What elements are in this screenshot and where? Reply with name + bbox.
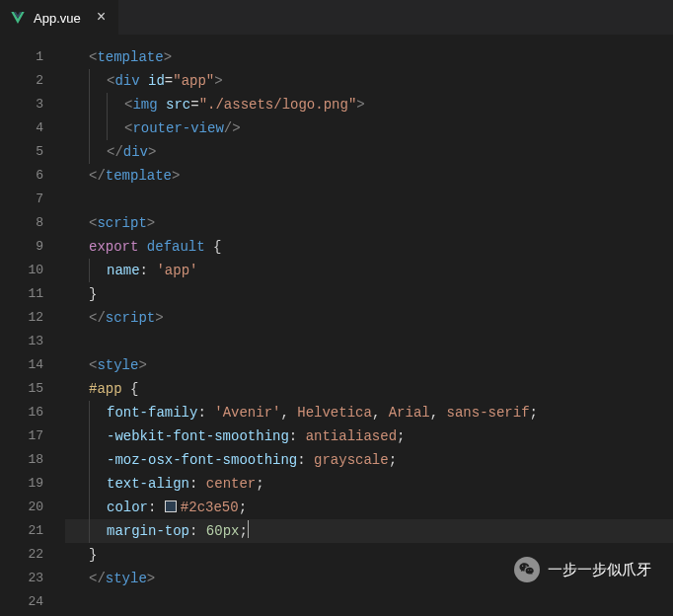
code-line[interactable] bbox=[65, 330, 673, 353]
code-line[interactable]: </div> bbox=[65, 140, 673, 164]
code-line[interactable]: <style> bbox=[65, 353, 673, 377]
code-line[interactable]: -moz-osx-font-smoothing: grayscale; bbox=[65, 448, 673, 472]
line-number[interactable]: 13 bbox=[4, 330, 65, 353]
line-number[interactable]: 16 bbox=[4, 401, 65, 424]
code-line[interactable]: } bbox=[65, 282, 673, 306]
watermark-text: 一步一步似爪牙 bbox=[548, 561, 651, 579]
line-number[interactable]: 24 bbox=[4, 590, 65, 614]
line-number[interactable]: 4 bbox=[4, 116, 65, 140]
line-number[interactable]: 19 bbox=[4, 472, 65, 496]
vue-icon bbox=[10, 10, 26, 26]
line-number[interactable]: 23 bbox=[4, 567, 65, 590]
code-line[interactable]: font-family: 'Avenir', Helvetica, Arial,… bbox=[65, 401, 673, 424]
tab-bar: App.vue × bbox=[0, 0, 673, 36]
line-number[interactable]: 9 bbox=[4, 235, 65, 259]
code-line[interactable]: </script> bbox=[65, 306, 673, 330]
color-swatch-icon[interactable] bbox=[165, 500, 177, 512]
text-cursor bbox=[248, 520, 249, 538]
line-number[interactable]: 3 bbox=[4, 93, 65, 116]
code-line[interactable]: </template> bbox=[65, 164, 673, 188]
wechat-icon bbox=[514, 557, 540, 582]
line-number[interactable]: 5 bbox=[4, 140, 65, 164]
line-number[interactable]: 20 bbox=[4, 496, 65, 519]
code-line[interactable] bbox=[65, 188, 673, 211]
line-number[interactable]: 21 bbox=[4, 519, 65, 543]
code-line[interactable]: export default { bbox=[65, 235, 673, 259]
code-line[interactable]: #app { bbox=[65, 377, 673, 401]
line-number[interactable]: 14 bbox=[4, 353, 65, 377]
code-line[interactable]: name: 'app' bbox=[65, 259, 673, 282]
line-number[interactable]: 1 bbox=[4, 45, 65, 69]
code-area[interactable]: <template> <div id="app"> <img src="./as… bbox=[65, 36, 673, 616]
line-number[interactable]: 2 bbox=[4, 69, 65, 93]
line-number[interactable]: 22 bbox=[4, 543, 65, 567]
line-number[interactable]: 7 bbox=[4, 188, 65, 211]
line-number[interactable]: 11 bbox=[4, 282, 65, 306]
editor: 123456789101112131415161718192021222324 … bbox=[0, 36, 673, 616]
line-number[interactable]: 6 bbox=[4, 164, 65, 188]
line-number[interactable]: 12 bbox=[4, 306, 65, 330]
code-line[interactable]: <script> bbox=[65, 211, 673, 235]
watermark: 一步一步似爪牙 bbox=[514, 557, 651, 582]
code-line[interactable]: color: #2c3e50; bbox=[65, 496, 673, 519]
code-line[interactable]: text-align: center; bbox=[65, 472, 673, 496]
line-number[interactable]: 17 bbox=[4, 424, 65, 448]
line-number[interactable]: 15 bbox=[4, 377, 65, 401]
code-line[interactable]: <template> bbox=[65, 45, 673, 69]
code-line-active[interactable]: margin-top: 60px; bbox=[65, 519, 673, 543]
tab-app-vue[interactable]: App.vue × bbox=[0, 0, 118, 36]
close-icon[interactable]: × bbox=[97, 10, 107, 26]
line-number[interactable]: 10 bbox=[4, 259, 65, 282]
tab-label: App.vue bbox=[34, 11, 81, 26]
gutter: 123456789101112131415161718192021222324 bbox=[4, 36, 65, 616]
line-number[interactable]: 8 bbox=[4, 211, 65, 235]
code-line[interactable] bbox=[65, 590, 673, 614]
code-line[interactable]: <img src="./assets/logo.png"> bbox=[65, 93, 673, 116]
code-line[interactable]: <router-view/> bbox=[65, 116, 673, 140]
code-line[interactable]: -webkit-font-smoothing: antialiased; bbox=[65, 424, 673, 448]
line-number[interactable]: 18 bbox=[4, 448, 65, 472]
code-line[interactable]: <div id="app"> bbox=[65, 69, 673, 93]
